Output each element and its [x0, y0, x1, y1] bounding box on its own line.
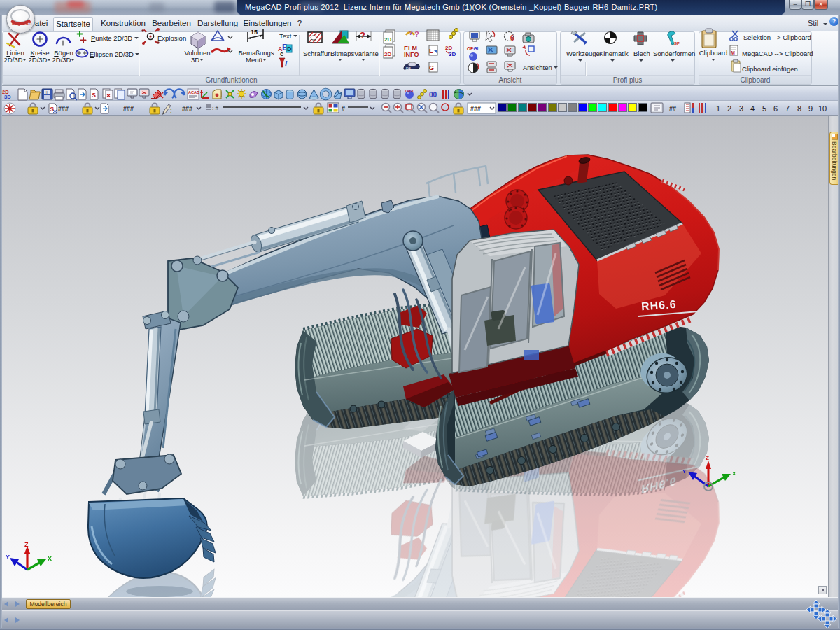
svg-text:2D: 2D: [445, 45, 452, 51]
svg-text:M: M: [731, 50, 735, 55]
svg-text:Z: Z: [24, 541, 29, 548]
svg-text:X: X: [732, 470, 736, 477]
svg-text:3D: 3D: [449, 51, 456, 57]
svg-text:: #: : #: [212, 105, 218, 111]
svg-text:#: #: [342, 105, 345, 112]
svg-text:2D: 2D: [384, 51, 391, 57]
svg-text:###: ###: [470, 105, 481, 112]
svg-text:2D: 2D: [384, 36, 391, 43]
svg-text:##: ##: [669, 105, 676, 112]
svg-text:Y: Y: [6, 554, 10, 561]
svg-text:###: ###: [58, 105, 69, 112]
svg-text:S: S: [50, 106, 55, 113]
svg-text:2D3D: 2D3D: [2, 89, 11, 100]
svg-text:OPGL: OPGL: [405, 90, 414, 93]
svg-text:RH6.6: RH6.6: [641, 298, 677, 312]
svg-text:ACAD: ACAD: [188, 90, 200, 94]
svg-text:Z: Z: [706, 455, 709, 461]
svg-text:OPGL: OPGL: [467, 46, 479, 51]
svg-text:###: ###: [123, 105, 134, 112]
svg-text:SF: SF: [674, 41, 680, 46]
svg-text:###: ###: [182, 105, 192, 112]
svg-text:?: ?: [409, 29, 413, 36]
svg-text:c: c: [280, 50, 284, 57]
svg-text:?: ?: [414, 30, 419, 38]
svg-text:S: S: [92, 92, 96, 99]
svg-text:L: L: [429, 48, 433, 55]
svg-text::: :: [170, 107, 172, 114]
svg-text:D: D: [287, 46, 292, 52]
svg-text:DB: DB: [406, 66, 412, 71]
svg-text:i: i: [285, 59, 288, 68]
svg-text:MegaCAD: MegaCAD: [12, 22, 32, 26]
svg-text:00: 00: [429, 91, 438, 99]
svg-text:X: X: [48, 555, 52, 562]
svg-text:G: G: [429, 64, 434, 71]
svg-text:6: 6: [510, 34, 514, 42]
svg-text:INFO: INFO: [404, 51, 419, 58]
svg-text:?: ?: [360, 30, 365, 41]
svg-text:H: H: [45, 90, 48, 94]
svg-text:Y: Y: [682, 468, 687, 475]
svg-text:15: 15: [251, 29, 258, 36]
